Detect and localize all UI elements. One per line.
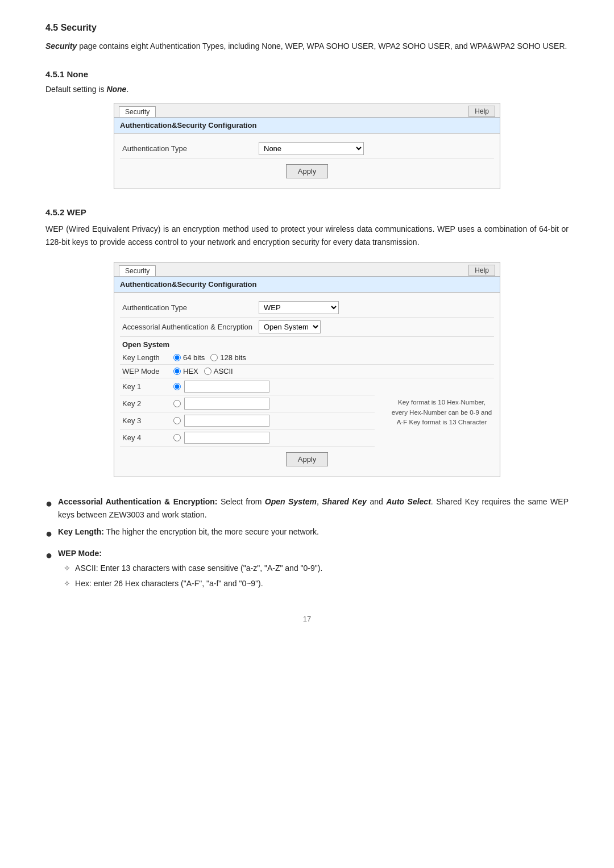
section-452-desc: WEP (Wired Equivalent Privacy) is an enc… — [45, 223, 569, 248]
keys-col: Key 1 Key 2 — [120, 378, 375, 446]
key1-row: Key 1 — [120, 378, 375, 395]
none-panel-header: Authentication&Security Configuration — [114, 118, 500, 133]
auth-type-select-wep[interactable]: WEP None WPA SOHO USER — [259, 301, 339, 314]
section-451-title: 4.5.1 None — [45, 69, 569, 79]
auth-type-label-wep: Authentication Type — [122, 303, 259, 312]
sub-bullet-arrow-2: ✧ — [64, 577, 70, 590]
key4-row: Key 4 — [120, 429, 375, 446]
bullet-item-3: ● WEP Mode: ✧ ASCII: Enter 13 characters… — [45, 547, 569, 592]
none-apply-row: Apply — [120, 158, 494, 183]
none-panel-help[interactable]: Help — [468, 106, 495, 117]
sub-bullet-hex: ✧ Hex: enter 26 Hex characters ("A-F", "… — [64, 577, 569, 590]
none-panel-tab[interactable]: Security — [119, 106, 156, 117]
open-system-label: Open System — [120, 337, 494, 351]
sub-bullet-ascii-text: ASCII: Enter 13 characters with case sen… — [75, 562, 322, 574]
access-auth-select[interactable]: Open System Shared Key Auto Select — [259, 320, 321, 333]
wep-mode-label: WEP Mode — [122, 367, 173, 375]
wep-mode-hex-radio[interactable] — [173, 368, 181, 375]
none-panel-body: Authentication Type None WEP WPA SOHO US… — [114, 133, 500, 189]
key-length-128-label: 128 bits — [220, 353, 246, 362]
wep-panel-tab[interactable]: Security — [119, 265, 156, 276]
bullet-dot-2: ● — [45, 524, 52, 542]
none-config-panel: Security Help Authentication&Security Co… — [114, 103, 500, 189]
key3-row: Key 3 — [120, 412, 375, 429]
key-length-row: Key Length 64 bits 128 bits — [120, 351, 494, 365]
sub-bullet-hex-text: Hex: enter 26 Hex characters ("A-F", "a-… — [75, 577, 263, 590]
key-hint-text: Key format is 10 Hex-Number, every Hex-N… — [389, 398, 494, 427]
sub-bullet-arrow-1: ✧ — [64, 562, 70, 574]
wep-apply-row: Apply — [120, 446, 494, 471]
wep-mode-row: WEP Mode HEX ASCII — [120, 365, 494, 378]
wep-mode-hex-option[interactable]: HEX — [173, 367, 198, 375]
wep-mode-ascii-radio[interactable] — [204, 368, 211, 375]
wep-mode-ascii-option[interactable]: ASCII — [204, 367, 233, 375]
key3-radio[interactable] — [173, 417, 181, 424]
wep-mode-ascii-label: ASCII — [214, 367, 233, 375]
key-length-128-radio[interactable] — [210, 354, 218, 361]
key1-label: Key 1 — [122, 382, 173, 391]
key4-input-wrap — [173, 432, 269, 444]
key1-input[interactable] — [184, 381, 269, 393]
wep-panel-tab-row: Security Help — [114, 262, 500, 277]
none-panel-tab-row: Security Help — [114, 103, 500, 118]
key-length-128-option[interactable]: 128 bits — [210, 353, 246, 362]
auth-type-row-none: Authentication Type None WEP WPA SOHO US… — [120, 139, 494, 158]
key-length-64-radio[interactable] — [173, 354, 181, 361]
bullet-content-1: Accessorial Authentication & Encryption:… — [58, 495, 569, 521]
wep-panel-body: Authentication Type WEP None WPA SOHO US… — [114, 293, 500, 477]
auth-type-select-none[interactable]: None WEP WPA SOHO USER WPA2 SOHO USER WP… — [259, 142, 364, 155]
key2-radio[interactable] — [173, 400, 181, 407]
auth-type-label-none: Authentication Type — [122, 144, 259, 153]
key-length-value: 64 bits 128 bits — [173, 353, 246, 362]
section-451-default: Default setting is None. — [45, 85, 569, 94]
wep-config-panel: Security Help Authentication&Security Co… — [114, 262, 500, 477]
page-number: 17 — [45, 615, 569, 623]
wep-panel-help[interactable]: Help — [468, 265, 495, 276]
key3-input-wrap — [173, 415, 269, 427]
key2-label: Key 2 — [122, 399, 173, 408]
access-auth-label: Accessorial Authentication & Encryption — [122, 323, 259, 331]
key2-input[interactable] — [184, 398, 269, 410]
bullet-content-2: Key Length: The higher the encryption bi… — [58, 525, 569, 538]
key-length-64-option[interactable]: 64 bits — [173, 353, 205, 362]
wep-mode-hex-label: HEX — [183, 367, 198, 375]
section-45-desc: Security page contains eight Authenticat… — [45, 40, 569, 52]
key4-radio[interactable] — [173, 434, 181, 441]
hint-col: Key format is 10 Hex-Number, every Hex-N… — [380, 378, 494, 446]
key2-row: Key 2 — [120, 395, 375, 412]
bullet-dot-3: ● — [45, 546, 52, 564]
bullet-item-1: ● Accessorial Authentication & Encryptio… — [45, 495, 569, 521]
auth-type-value-none: None WEP WPA SOHO USER WPA2 SOHO USER WP… — [259, 142, 364, 155]
wep-apply-button[interactable]: Apply — [286, 452, 329, 466]
auth-type-value-wep: WEP None WPA SOHO USER — [259, 301, 339, 314]
key2-input-wrap — [173, 398, 269, 410]
key4-label: Key 4 — [122, 433, 173, 442]
key-length-64-label: 64 bits — [183, 353, 205, 362]
key3-label: Key 3 — [122, 416, 173, 425]
key3-input[interactable] — [184, 415, 269, 427]
sub-bullet-ascii: ✧ ASCII: Enter 13 characters with case s… — [64, 562, 569, 574]
key1-radio[interactable] — [173, 383, 181, 390]
bullet-section: ● Accessorial Authentication & Encryptio… — [45, 495, 569, 592]
key1-input-wrap — [173, 381, 269, 393]
bullet-content-3: WEP Mode: ✧ ASCII: Enter 13 characters w… — [58, 547, 569, 592]
access-auth-value: Open System Shared Key Auto Select — [259, 320, 321, 333]
none-apply-button[interactable]: Apply — [286, 164, 329, 178]
auth-type-row-wep: Authentication Type WEP None WPA SOHO US… — [120, 298, 494, 318]
wep-mode-value: HEX ASCII — [173, 367, 233, 375]
key4-input[interactable] — [184, 432, 269, 444]
access-auth-row: Accessorial Authentication & Encryption … — [120, 318, 494, 337]
wep-mode-sub-bullets: ✧ ASCII: Enter 13 characters with case s… — [64, 562, 569, 590]
key-length-label: Key Length — [122, 353, 173, 362]
bullet-dot-1: ● — [45, 494, 52, 512]
section-45-title: 4.5 Security — [45, 23, 569, 33]
keys-and-hint: Key 1 Key 2 — [120, 378, 494, 446]
section-452-title: 4.5.2 WEP — [45, 207, 569, 217]
bullet-item-2: ● Key Length: The higher the encryption … — [45, 525, 569, 542]
wep-panel-header: Authentication&Security Configuration — [114, 277, 500, 293]
